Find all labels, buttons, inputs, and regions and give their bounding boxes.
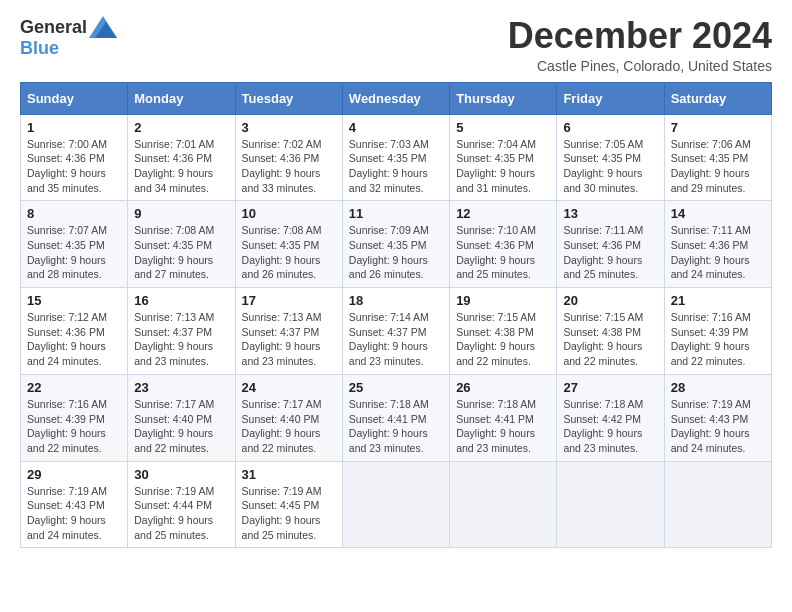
week-row-4: 22Sunrise: 7:16 AMSunset: 4:39 PMDayligh… bbox=[21, 374, 772, 461]
week-row-2: 8Sunrise: 7:07 AMSunset: 4:35 PMDaylight… bbox=[21, 201, 772, 288]
day-cell-25: 25Sunrise: 7:18 AMSunset: 4:41 PMDayligh… bbox=[342, 374, 449, 461]
day-cell-9: 9Sunrise: 7:08 AMSunset: 4:35 PMDaylight… bbox=[128, 201, 235, 288]
day-detail: Sunrise: 7:07 AMSunset: 4:35 PMDaylight:… bbox=[27, 223, 121, 282]
day-cell-22: 22Sunrise: 7:16 AMSunset: 4:39 PMDayligh… bbox=[21, 374, 128, 461]
day-cell-14: 14Sunrise: 7:11 AMSunset: 4:36 PMDayligh… bbox=[664, 201, 771, 288]
day-cell-8: 8Sunrise: 7:07 AMSunset: 4:35 PMDaylight… bbox=[21, 201, 128, 288]
col-header-thursday: Thursday bbox=[450, 82, 557, 114]
day-number: 30 bbox=[134, 467, 228, 482]
day-detail: Sunrise: 7:13 AMSunset: 4:37 PMDaylight:… bbox=[134, 310, 228, 369]
day-number: 27 bbox=[563, 380, 657, 395]
day-cell-10: 10Sunrise: 7:08 AMSunset: 4:35 PMDayligh… bbox=[235, 201, 342, 288]
day-detail: Sunrise: 7:18 AMSunset: 4:42 PMDaylight:… bbox=[563, 397, 657, 456]
day-number: 15 bbox=[27, 293, 121, 308]
logo-icon bbox=[89, 16, 117, 38]
day-number: 16 bbox=[134, 293, 228, 308]
empty-cell bbox=[557, 461, 664, 548]
day-detail: Sunrise: 7:02 AMSunset: 4:36 PMDaylight:… bbox=[242, 137, 336, 196]
day-cell-21: 21Sunrise: 7:16 AMSunset: 4:39 PMDayligh… bbox=[664, 288, 771, 375]
day-detail: Sunrise: 7:16 AMSunset: 4:39 PMDaylight:… bbox=[27, 397, 121, 456]
day-detail: Sunrise: 7:04 AMSunset: 4:35 PMDaylight:… bbox=[456, 137, 550, 196]
day-detail: Sunrise: 7:19 AMSunset: 4:45 PMDaylight:… bbox=[242, 484, 336, 543]
day-number: 8 bbox=[27, 206, 121, 221]
day-cell-19: 19Sunrise: 7:15 AMSunset: 4:38 PMDayligh… bbox=[450, 288, 557, 375]
col-header-monday: Monday bbox=[128, 82, 235, 114]
day-cell-20: 20Sunrise: 7:15 AMSunset: 4:38 PMDayligh… bbox=[557, 288, 664, 375]
logo-general-text: General bbox=[20, 17, 87, 38]
col-header-sunday: Sunday bbox=[21, 82, 128, 114]
day-detail: Sunrise: 7:05 AMSunset: 4:35 PMDaylight:… bbox=[563, 137, 657, 196]
empty-cell bbox=[450, 461, 557, 548]
day-detail: Sunrise: 7:06 AMSunset: 4:35 PMDaylight:… bbox=[671, 137, 765, 196]
day-cell-5: 5Sunrise: 7:04 AMSunset: 4:35 PMDaylight… bbox=[450, 114, 557, 201]
day-number: 10 bbox=[242, 206, 336, 221]
day-number: 6 bbox=[563, 120, 657, 135]
day-detail: Sunrise: 7:18 AMSunset: 4:41 PMDaylight:… bbox=[456, 397, 550, 456]
day-number: 26 bbox=[456, 380, 550, 395]
logo-blue-text: Blue bbox=[20, 38, 59, 59]
col-header-tuesday: Tuesday bbox=[235, 82, 342, 114]
day-detail: Sunrise: 7:10 AMSunset: 4:36 PMDaylight:… bbox=[456, 223, 550, 282]
day-detail: Sunrise: 7:11 AMSunset: 4:36 PMDaylight:… bbox=[563, 223, 657, 282]
day-cell-13: 13Sunrise: 7:11 AMSunset: 4:36 PMDayligh… bbox=[557, 201, 664, 288]
logo: General Blue bbox=[20, 16, 117, 59]
day-cell-24: 24Sunrise: 7:17 AMSunset: 4:40 PMDayligh… bbox=[235, 374, 342, 461]
day-detail: Sunrise: 7:17 AMSunset: 4:40 PMDaylight:… bbox=[134, 397, 228, 456]
day-cell-15: 15Sunrise: 7:12 AMSunset: 4:36 PMDayligh… bbox=[21, 288, 128, 375]
day-detail: Sunrise: 7:03 AMSunset: 4:35 PMDaylight:… bbox=[349, 137, 443, 196]
day-cell-23: 23Sunrise: 7:17 AMSunset: 4:40 PMDayligh… bbox=[128, 374, 235, 461]
day-cell-27: 27Sunrise: 7:18 AMSunset: 4:42 PMDayligh… bbox=[557, 374, 664, 461]
day-number: 18 bbox=[349, 293, 443, 308]
day-number: 28 bbox=[671, 380, 765, 395]
day-cell-29: 29Sunrise: 7:19 AMSunset: 4:43 PMDayligh… bbox=[21, 461, 128, 548]
week-row-3: 15Sunrise: 7:12 AMSunset: 4:36 PMDayligh… bbox=[21, 288, 772, 375]
day-number: 25 bbox=[349, 380, 443, 395]
day-detail: Sunrise: 7:15 AMSunset: 4:38 PMDaylight:… bbox=[563, 310, 657, 369]
day-number: 17 bbox=[242, 293, 336, 308]
day-detail: Sunrise: 7:14 AMSunset: 4:37 PMDaylight:… bbox=[349, 310, 443, 369]
day-cell-30: 30Sunrise: 7:19 AMSunset: 4:44 PMDayligh… bbox=[128, 461, 235, 548]
day-detail: Sunrise: 7:18 AMSunset: 4:41 PMDaylight:… bbox=[349, 397, 443, 456]
day-number: 2 bbox=[134, 120, 228, 135]
day-number: 22 bbox=[27, 380, 121, 395]
day-cell-7: 7Sunrise: 7:06 AMSunset: 4:35 PMDaylight… bbox=[664, 114, 771, 201]
day-number: 21 bbox=[671, 293, 765, 308]
col-header-wednesday: Wednesday bbox=[342, 82, 449, 114]
day-detail: Sunrise: 7:19 AMSunset: 4:43 PMDaylight:… bbox=[27, 484, 121, 543]
day-detail: Sunrise: 7:01 AMSunset: 4:36 PMDaylight:… bbox=[134, 137, 228, 196]
day-cell-31: 31Sunrise: 7:19 AMSunset: 4:45 PMDayligh… bbox=[235, 461, 342, 548]
day-cell-6: 6Sunrise: 7:05 AMSunset: 4:35 PMDaylight… bbox=[557, 114, 664, 201]
empty-cell bbox=[664, 461, 771, 548]
day-number: 5 bbox=[456, 120, 550, 135]
day-cell-2: 2Sunrise: 7:01 AMSunset: 4:36 PMDaylight… bbox=[128, 114, 235, 201]
day-detail: Sunrise: 7:19 AMSunset: 4:43 PMDaylight:… bbox=[671, 397, 765, 456]
day-cell-17: 17Sunrise: 7:13 AMSunset: 4:37 PMDayligh… bbox=[235, 288, 342, 375]
calendar-table: SundayMondayTuesdayWednesdayThursdayFrid… bbox=[20, 82, 772, 549]
day-number: 13 bbox=[563, 206, 657, 221]
day-number: 20 bbox=[563, 293, 657, 308]
day-number: 23 bbox=[134, 380, 228, 395]
day-cell-26: 26Sunrise: 7:18 AMSunset: 4:41 PMDayligh… bbox=[450, 374, 557, 461]
day-cell-12: 12Sunrise: 7:10 AMSunset: 4:36 PMDayligh… bbox=[450, 201, 557, 288]
day-number: 11 bbox=[349, 206, 443, 221]
day-cell-11: 11Sunrise: 7:09 AMSunset: 4:35 PMDayligh… bbox=[342, 201, 449, 288]
day-number: 31 bbox=[242, 467, 336, 482]
day-number: 29 bbox=[27, 467, 121, 482]
day-detail: Sunrise: 7:12 AMSunset: 4:36 PMDaylight:… bbox=[27, 310, 121, 369]
day-cell-1: 1Sunrise: 7:00 AMSunset: 4:36 PMDaylight… bbox=[21, 114, 128, 201]
title-area: December 2024 Castle Pines, Colorado, Un… bbox=[508, 16, 772, 74]
day-number: 24 bbox=[242, 380, 336, 395]
day-cell-4: 4Sunrise: 7:03 AMSunset: 4:35 PMDaylight… bbox=[342, 114, 449, 201]
day-detail: Sunrise: 7:17 AMSunset: 4:40 PMDaylight:… bbox=[242, 397, 336, 456]
calendar-header-row: SundayMondayTuesdayWednesdayThursdayFrid… bbox=[21, 82, 772, 114]
col-header-friday: Friday bbox=[557, 82, 664, 114]
day-cell-28: 28Sunrise: 7:19 AMSunset: 4:43 PMDayligh… bbox=[664, 374, 771, 461]
day-number: 14 bbox=[671, 206, 765, 221]
day-detail: Sunrise: 7:00 AMSunset: 4:36 PMDaylight:… bbox=[27, 137, 121, 196]
day-number: 4 bbox=[349, 120, 443, 135]
col-header-saturday: Saturday bbox=[664, 82, 771, 114]
day-detail: Sunrise: 7:09 AMSunset: 4:35 PMDaylight:… bbox=[349, 223, 443, 282]
location-text: Castle Pines, Colorado, United States bbox=[508, 58, 772, 74]
day-cell-18: 18Sunrise: 7:14 AMSunset: 4:37 PMDayligh… bbox=[342, 288, 449, 375]
day-number: 3 bbox=[242, 120, 336, 135]
